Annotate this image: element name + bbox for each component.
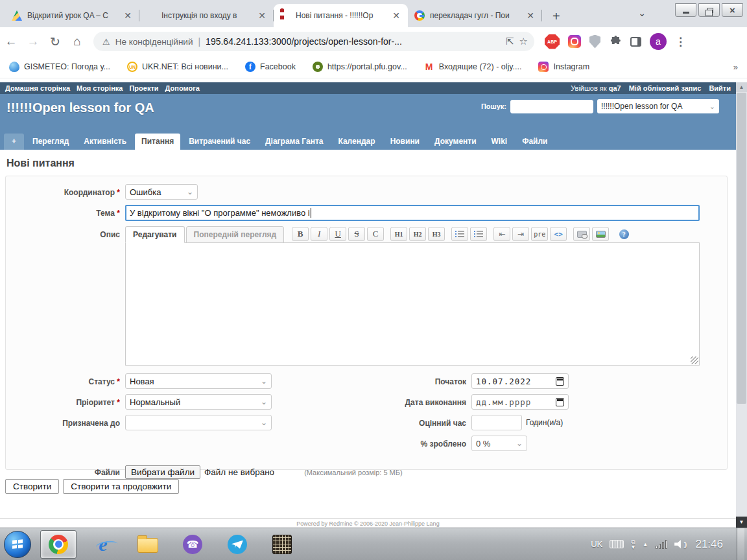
- tab-close-icon[interactable]: ✕: [123, 10, 133, 21]
- taskbar-explorer-button[interactable]: [130, 530, 166, 559]
- address-bar[interactable]: ⚠ Не конфіденційний | 195.64.241.133:300…: [93, 32, 534, 51]
- start-button[interactable]: [4, 531, 31, 558]
- subject-input[interactable]: У відкритому вікні "О программе" неможли…: [125, 205, 700, 221]
- estimated-time-input[interactable]: [471, 415, 522, 430]
- window-restore-button[interactable]: [698, 3, 720, 17]
- calendar-icon[interactable]: [556, 377, 564, 386]
- browser-tab-google[interactable]: перекладач гугл - Пои ✕: [408, 4, 542, 27]
- code-block-button[interactable]: <>: [550, 227, 567, 241]
- taskbar-telegram-button[interactable]: [219, 530, 255, 559]
- show-desktop-button[interactable]: [737, 528, 744, 560]
- coordinator-select[interactable]: Ошибка ⌄: [125, 184, 198, 200]
- vertical-scrollbar[interactable]: ▲ ▼: [736, 82, 747, 528]
- preformatted-button[interactable]: pre: [531, 227, 548, 241]
- menu-help[interactable]: Допомога: [165, 84, 200, 92]
- insert-image-button[interactable]: [592, 227, 609, 241]
- status-select[interactable]: Новая ⌄: [125, 373, 272, 389]
- forward-icon[interactable]: →: [22, 34, 44, 49]
- network-signal-icon[interactable]: [656, 540, 668, 549]
- shield-extension-icon[interactable]: [589, 35, 600, 49]
- tab-wiki[interactable]: Wiki: [485, 134, 514, 150]
- italic-button[interactable]: I: [311, 227, 327, 241]
- heading3-button[interactable]: H3: [428, 227, 445, 241]
- bookmarks-overflow-chevron[interactable]: »: [733, 62, 738, 72]
- tab-search-chevron-icon[interactable]: ⌄: [638, 8, 646, 18]
- back-icon[interactable]: ←: [0, 34, 22, 49]
- tab-documents[interactable]: Документи: [428, 134, 483, 150]
- scroll-down-icon[interactable]: ▼: [736, 517, 747, 528]
- tab-activity[interactable]: Активність: [77, 134, 133, 150]
- strikethrough-button[interactable]: S: [348, 227, 365, 241]
- tab-spent-time[interactable]: Витрачений час: [182, 134, 257, 150]
- tab-close-icon[interactable]: ✕: [525, 10, 536, 21]
- bold-button[interactable]: B: [292, 227, 309, 241]
- bookmark-ukrnet[interactable]: UN UKR.NET: Всі новини...: [127, 62, 228, 72]
- tab-news[interactable]: Новини: [384, 134, 426, 150]
- bullet-list-button[interactable]: [451, 227, 468, 241]
- my-account-link[interactable]: Мій обліковий запис: [629, 84, 702, 92]
- scroll-up-icon[interactable]: ▲: [736, 82, 747, 92]
- browser-menu-icon[interactable]: ⋮: [675, 35, 686, 49]
- menu-home[interactable]: Домашня сторінка: [5, 84, 70, 92]
- create-and-continue-button[interactable]: Створити та продовжити: [63, 479, 179, 494]
- taskbar-grid-app-button[interactable]: [264, 530, 300, 559]
- taskbar-viber-button[interactable]: ☎: [174, 530, 211, 559]
- url-text[interactable]: 195.64.241.133:3000/projects/open-lesson…: [206, 36, 501, 47]
- due-date-input[interactable]: дд.мм.рррр: [471, 394, 569, 410]
- underline-button[interactable]: U: [329, 227, 346, 241]
- assignee-select[interactable]: ⌄: [125, 415, 272, 430]
- window-minimize-button[interactable]: [675, 3, 696, 17]
- bookmark-pfu-portal[interactable]: https://portal.pfu.gov...: [313, 62, 407, 72]
- browser-tab-docs[interactable]: Інструкція по входу в ✕: [139, 4, 274, 27]
- indent-button[interactable]: ⇥: [512, 227, 529, 241]
- keyboard-icon[interactable]: [610, 540, 624, 548]
- calendar-icon[interactable]: [556, 398, 564, 406]
- start-date-input[interactable]: 10.07.2022: [471, 373, 569, 389]
- taskbar-ie-button[interactable]: e: [85, 530, 121, 559]
- tab-add[interactable]: +: [4, 134, 24, 150]
- bookmark-gismeteo[interactable]: GISMETEO: Погода у...: [9, 62, 110, 72]
- tab-files[interactable]: Файли: [516, 134, 554, 150]
- menu-my-page[interactable]: Моя сторінка: [77, 84, 123, 92]
- tab-calendar[interactable]: Календар: [331, 134, 381, 150]
- heading1-button[interactable]: H1: [390, 227, 407, 241]
- done-ratio-select[interactable]: 0 % ⌄: [471, 436, 527, 451]
- bookmark-instagram[interactable]: Instagram: [538, 62, 589, 72]
- share-icon[interactable]: ⇱: [506, 36, 514, 47]
- project-jump-select[interactable]: !!!!!!Open lesson for QA ⌄: [597, 99, 719, 113]
- instagram-extension-icon[interactable]: [568, 35, 581, 48]
- heading2-button[interactable]: H2: [409, 227, 426, 241]
- tab-overview[interactable]: Перегляд: [26, 134, 75, 150]
- menu-projects[interactable]: Проекти: [129, 84, 158, 92]
- outdent-button[interactable]: ⇤: [493, 227, 510, 241]
- home-icon[interactable]: ⌂: [66, 34, 88, 49]
- profile-avatar[interactable]: a: [650, 33, 667, 50]
- volume-icon[interactable]: )): [674, 540, 685, 548]
- show-hidden-icons-arrow[interactable]: ▲: [643, 541, 648, 548]
- tab-close-icon[interactable]: ✕: [257, 10, 267, 21]
- inline-code-c-button[interactable]: C: [367, 227, 384, 241]
- logout-link[interactable]: Вийти: [709, 84, 731, 92]
- priority-select[interactable]: Нормальный ⌄: [125, 394, 272, 410]
- wiki-link-button[interactable]: [573, 227, 590, 241]
- browser-tab-redmine-active[interactable]: Нові питання - !!!!!!Op ✕: [274, 4, 408, 27]
- numbered-list-button[interactable]: [470, 227, 487, 241]
- window-close-button[interactable]: ×: [722, 3, 743, 17]
- extensions-puzzle-icon[interactable]: [609, 35, 622, 48]
- adblock-extension-icon[interactable]: ABP: [545, 34, 560, 49]
- search-input[interactable]: [510, 100, 593, 113]
- language-indicator[interactable]: UK: [591, 539, 602, 549]
- browser-tab-drive[interactable]: Відкритий урок QA – С ✕: [5, 4, 139, 27]
- reload-icon[interactable]: ↻: [44, 34, 66, 49]
- tab-close-icon[interactable]: ✕: [391, 10, 401, 21]
- editor-help-button[interactable]: ?: [615, 227, 632, 241]
- editor-tab-edit[interactable]: Редагувати: [125, 226, 185, 243]
- side-panel-icon[interactable]: [630, 37, 641, 47]
- bookmark-star-icon[interactable]: ☆: [519, 36, 528, 47]
- bookmark-gmail-inbox[interactable]: M Входящие (72) - oljy....: [424, 62, 522, 72]
- choose-files-button[interactable]: Вибрати файли: [125, 465, 200, 479]
- description-textarea[interactable]: [125, 242, 700, 366]
- new-tab-button[interactable]: +: [549, 5, 564, 27]
- bookmark-facebook[interactable]: f Facebook: [245, 62, 296, 72]
- taskbar-clock[interactable]: 21:46: [695, 538, 723, 551]
